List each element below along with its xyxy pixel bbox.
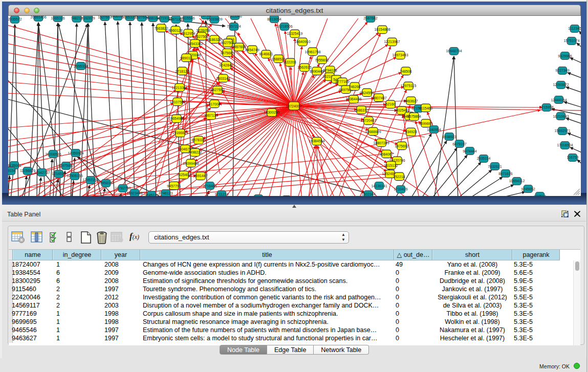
svg-text:252214: 252214: [393, 175, 405, 179]
svg-text:2867608: 2867608: [232, 45, 246, 49]
svg-text:16210643: 16210643: [553, 115, 569, 118]
svg-text:9115460: 9115460: [419, 106, 433, 110]
svg-text:8746123: 8746123: [159, 191, 172, 195]
svg-text:7986372: 7986372: [354, 108, 368, 112]
svg-text:9457791: 9457791: [167, 184, 181, 188]
svg-text:9575864: 9575864: [407, 115, 421, 118]
svg-text:20364436: 20364436: [345, 97, 361, 101]
svg-text:1588520: 1588520: [271, 57, 285, 61]
svg-text:10973493: 10973493: [392, 53, 408, 57]
svg-text:9463627: 9463627: [404, 99, 418, 103]
svg-text:9227349: 9227349: [555, 69, 569, 72]
svg-text:11156829: 11156829: [20, 169, 35, 172]
svg-text:748506: 748506: [400, 70, 411, 73]
svg-text:989013: 989013: [180, 56, 192, 60]
svg-text:2935114: 2935114: [477, 157, 491, 160]
svg-text:10961758: 10961758: [304, 50, 320, 54]
svg-text:11325419: 11325419: [287, 32, 303, 35]
svg-text:10975887: 10975887: [58, 164, 74, 167]
svg-text:1302344: 1302344: [361, 192, 375, 196]
svg-text:3716485: 3716485: [203, 184, 216, 188]
svg-text:9146821: 9146821: [259, 52, 273, 56]
svg-text:14099488: 14099488: [183, 162, 199, 165]
svg-text:17957253: 17957253: [82, 178, 98, 182]
svg-text:8454749: 8454749: [245, 48, 259, 52]
svg-text:10807487: 10807487: [371, 96, 386, 100]
svg-text:3867130: 3867130: [204, 114, 217, 117]
svg-text:1214519: 1214519: [52, 172, 66, 176]
svg-text:39154: 39154: [8, 169, 16, 172]
svg-text:1065326: 1065326: [51, 16, 64, 20]
svg-text:1112345: 1112345: [568, 27, 581, 30]
svg-text:2687682: 2687682: [363, 16, 377, 20]
svg-text:1691447: 1691447: [193, 174, 207, 178]
svg-text:8938923: 8938923: [442, 135, 456, 139]
svg-text:1975692: 1975692: [395, 144, 408, 148]
svg-text:1640954: 1640954: [427, 128, 441, 132]
svg-text:8990448: 8990448: [310, 70, 323, 73]
svg-text:7625402: 7625402: [177, 173, 190, 177]
svg-text:14136141: 14136141: [371, 184, 387, 188]
svg-text:6479197: 6479197: [452, 142, 466, 146]
svg-text:16154808: 16154808: [374, 28, 390, 31]
svg-text:19384554: 19384554: [309, 139, 324, 143]
svg-text:9711234: 9711234: [215, 192, 229, 196]
svg-text:10688609: 10688609: [365, 130, 381, 134]
svg-text:3824554: 3824554: [360, 91, 374, 95]
svg-text:12505155: 12505155: [67, 174, 82, 178]
svg-text:18724007: 18724007: [286, 104, 301, 108]
svg-text:3875685: 3875685: [220, 51, 234, 55]
svg-text:1527602: 1527602: [98, 16, 112, 19]
svg-text:16543382: 16543382: [187, 42, 203, 46]
svg-text:12342737: 12342737: [34, 171, 50, 174]
svg-text:8813054: 8813054: [267, 17, 281, 21]
svg-text:12444154: 12444154: [551, 98, 567, 102]
svg-text:9245123: 9245123: [144, 193, 158, 196]
svg-text:9327508: 9327508: [221, 41, 234, 45]
svg-text:3498222: 3498222: [188, 150, 202, 154]
svg-text:18300295: 18300295: [264, 111, 279, 114]
svg-text:8960128: 8960128: [168, 29, 182, 32]
svg-text:12213967: 12213967: [384, 40, 400, 43]
svg-text:417004: 417004: [208, 102, 220, 106]
svg-text:3226058: 3226058: [196, 29, 210, 32]
svg-text:7515546: 7515546: [181, 16, 194, 20]
svg-text:822203: 822203: [284, 60, 296, 64]
svg-text:6794028: 6794028: [323, 69, 337, 72]
svg-text:15720407: 15720407: [360, 119, 376, 122]
svg-text:8215958: 8215958: [539, 105, 553, 109]
svg-text:16640910: 16640910: [294, 40, 310, 43]
svg-text:12975115: 12975115: [401, 84, 417, 87]
svg-text:7663822: 7663822: [154, 27, 168, 30]
svg-text:16033809: 16033809: [206, 17, 222, 21]
svg-text:934923: 934923: [405, 130, 417, 134]
svg-text:62160: 62160: [385, 102, 396, 106]
svg-text:8912954: 8912954: [181, 32, 195, 35]
svg-text:7357224: 7357224: [227, 25, 241, 28]
svg-text:1615132: 1615132: [384, 164, 398, 167]
svg-text:12093872: 12093872: [553, 83, 569, 86]
svg-text:9084067: 9084067: [379, 152, 393, 156]
svg-text:2055334: 2055334: [74, 64, 88, 68]
svg-text:9245652: 9245652: [521, 187, 535, 191]
svg-text:1733426: 1733426: [394, 187, 407, 191]
svg-text:8578335: 8578335: [191, 138, 205, 142]
svg-text:17016504: 17016504: [557, 143, 573, 147]
svg-text:2035572: 2035572: [8, 17, 22, 21]
svg-text:7955812: 7955812: [315, 58, 329, 62]
svg-text:7632621: 7632621: [488, 165, 502, 168]
svg-text:16782759: 16782759: [115, 186, 130, 190]
svg-text:8186328: 8186328: [207, 38, 221, 41]
svg-text:15692971: 15692971: [554, 129, 570, 133]
svg-text:10958107: 10958107: [98, 181, 114, 185]
svg-text:1562615: 1562615: [297, 65, 311, 69]
svg-text:2718126: 2718126: [175, 70, 189, 73]
svg-text:9329966: 9329966: [558, 54, 572, 58]
svg-text:16648784: 16648784: [446, 49, 462, 53]
svg-text:12213369: 12213369: [171, 86, 187, 90]
svg-text:10107552: 10107552: [169, 100, 185, 104]
svg-text:8427552: 8427552: [210, 88, 224, 92]
svg-text:10654112: 10654112: [509, 179, 525, 183]
svg-text:19166829: 19166829: [172, 131, 188, 135]
svg-text:20206536: 20206536: [45, 152, 61, 156]
